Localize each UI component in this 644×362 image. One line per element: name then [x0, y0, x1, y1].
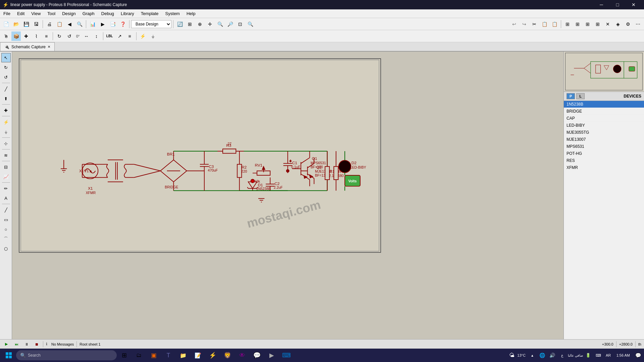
tray-lang[interactable]: ع: [558, 349, 567, 361]
arc-tool[interactable]: ⌒: [1, 234, 11, 244]
flip-h-button[interactable]: ↔: [82, 32, 91, 41]
align-bottom-button[interactable]: ⊞: [593, 19, 602, 29]
device-led-biby[interactable]: LED-BIBY: [564, 122, 644, 129]
open-button[interactable]: 📂: [11, 19, 21, 29]
start-button[interactable]: [1, 349, 16, 361]
minimize-button[interactable]: ─: [594, 0, 609, 9]
run-button[interactable]: ▶: [98, 19, 107, 29]
canvas-area[interactable]: X1 XFMR X1V1▲ BR1 B: [12, 52, 564, 339]
power-tool[interactable]: ⚡: [1, 117, 11, 127]
menu-view[interactable]: View: [28, 9, 44, 18]
taskbar-app8[interactable]: 👁: [235, 349, 250, 361]
stop-button[interactable]: ⏹: [33, 341, 40, 348]
rotate-cw-tool[interactable]: ↻: [1, 63, 11, 72]
align-left-button[interactable]: ⊞: [563, 19, 572, 29]
refresh-button[interactable]: 🔄: [175, 19, 184, 29]
select-mode-button[interactable]: 🖱: [1, 32, 11, 41]
zoom-out-button[interactable]: 🔎: [225, 19, 235, 29]
tray-battery[interactable]: 🔋: [584, 349, 593, 361]
bus-tool[interactable]: ⬆: [1, 94, 11, 103]
menu-file[interactable]: File: [0, 9, 14, 18]
menu-system[interactable]: System: [162, 9, 183, 18]
taskbar-notepad[interactable]: 📝: [191, 349, 205, 361]
bus-button[interactable]: ≡: [42, 32, 51, 41]
print-button[interactable]: 🖨: [45, 19, 54, 29]
taskbar-matlab[interactable]: ▣: [146, 349, 161, 361]
zoom-in-button[interactable]: 🔍: [215, 19, 225, 29]
polygon-tool[interactable]: ⬡: [1, 244, 11, 253]
device-bridge[interactable]: BRIDGE: [564, 108, 644, 115]
netlist-button[interactable]: 📋: [55, 19, 64, 29]
tray-input[interactable]: ⌨: [594, 349, 603, 361]
zoom-area-button[interactable]: ⊡: [235, 19, 245, 29]
tray-volume[interactable]: 🔊: [548, 349, 557, 361]
flip-v-button[interactable]: ↕: [92, 32, 101, 41]
taskbar-teams[interactable]: T: [161, 349, 176, 361]
tray-network[interactable]: 🌐: [538, 349, 547, 361]
paste-button[interactable]: 📋: [550, 19, 559, 29]
copy-button[interactable]: 📋: [540, 19, 549, 29]
step-button[interactable]: ⏭: [13, 341, 20, 348]
arrange-button[interactable]: ◈: [613, 19, 623, 29]
menu-graph[interactable]: Graph: [79, 9, 98, 18]
delete-button[interactable]: ✕: [603, 19, 612, 29]
back-button[interactable]: ◀: [65, 19, 74, 29]
redo-button[interactable]: ↪: [520, 19, 529, 29]
origin-button[interactable]: ⊕: [195, 19, 205, 29]
bus-entry-button[interactable]: ↗: [115, 32, 124, 41]
devices-tab-l[interactable]: L: [576, 93, 585, 99]
rotate-ccw-tool[interactable]: ↺: [1, 72, 11, 82]
close-button[interactable]: ✕: [626, 0, 641, 9]
select-tool[interactable]: ↖: [1, 53, 11, 62]
device-mps6531[interactable]: MPS6531: [564, 143, 644, 150]
taskbar-whatsapp[interactable]: 💬: [250, 349, 264, 361]
graph-tool[interactable]: 📈: [1, 172, 11, 181]
wire-tool[interactable]: ╱: [1, 84, 11, 94]
device-cap[interactable]: CAP: [564, 115, 644, 122]
taskbar-app10[interactable]: ▶: [264, 349, 279, 361]
rotate-cw-button[interactable]: ↻: [55, 32, 64, 41]
taskbar-folder[interactable]: 📁: [176, 349, 191, 361]
tray-weather[interactable]: 🌤: [507, 349, 517, 361]
pause-button[interactable]: ⏸: [23, 341, 30, 348]
taskbar-brave[interactable]: 🦁: [220, 349, 235, 361]
clock[interactable]: 1:56 AM: [614, 353, 633, 357]
align-right-button[interactable]: ⊞: [573, 19, 582, 29]
report-button[interactable]: 📑: [108, 19, 117, 29]
schematic-canvas[interactable]: X1 XFMR X1V1▲ BR1 B: [19, 58, 381, 253]
taskbar-app6[interactable]: ⚡: [205, 349, 220, 361]
line-tool[interactable]: ╱: [1, 205, 11, 215]
device-xfmr[interactable]: XFMR: [564, 164, 644, 171]
virtual-inst-tool[interactable]: ≋: [1, 150, 11, 160]
taskbar-explorer[interactable]: 🗂: [131, 349, 146, 361]
component-tool[interactable]: ✚: [1, 106, 11, 115]
rotate-ccw-button[interactable]: ↺: [65, 32, 74, 41]
bill-button[interactable]: 📊: [88, 19, 97, 29]
menu-library[interactable]: Library: [117, 9, 138, 18]
menu-template[interactable]: Template: [138, 9, 162, 18]
tab-schematic[interactable]: 🔌 Schematic Capture ✕: [0, 42, 55, 51]
undo-button[interactable]: ↩: [509, 19, 519, 29]
menu-help[interactable]: Help: [183, 9, 199, 18]
maximize-button[interactable]: □: [610, 0, 625, 9]
taskbar-vscode[interactable]: ⌨: [279, 349, 294, 361]
menu-edit[interactable]: Edit: [14, 9, 28, 18]
menu-design[interactable]: Design: [59, 9, 79, 18]
search-input[interactable]: [28, 353, 113, 358]
rect-tool[interactable]: ▭: [1, 215, 11, 224]
design-dropdown[interactable]: Base Design: [131, 20, 171, 28]
circle-tool[interactable]: ○: [1, 225, 11, 234]
probe-tool[interactable]: ⊹: [1, 139, 11, 148]
device-mje3055tg[interactable]: MJE3055TG: [564, 129, 644, 136]
ground-button[interactable]: ⏚: [148, 32, 158, 41]
more-button[interactable]: ⋯: [633, 19, 643, 29]
align-top-button[interactable]: ⊞: [583, 19, 592, 29]
taskbar-tasksview[interactable]: ⊞: [117, 349, 131, 361]
device-mje13007[interactable]: MJE13007: [564, 136, 644, 143]
tape-tool[interactable]: ⊟: [1, 162, 11, 172]
help-button[interactable]: ❓: [118, 19, 127, 29]
label-button[interactable]: LBL: [105, 32, 114, 41]
text-tool[interactable]: A: [1, 193, 11, 203]
tray-notification[interactable]: 💬: [633, 349, 643, 361]
save-all-button[interactable]: 🖫: [32, 19, 41, 29]
